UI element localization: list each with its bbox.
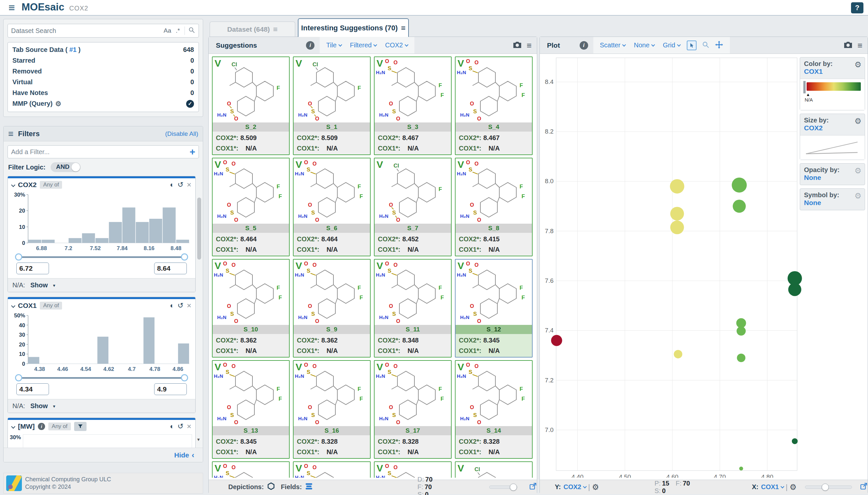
- gear-icon[interactable]: ⚙: [55, 100, 62, 108]
- gear-icon[interactable]: ⚙: [854, 166, 862, 175]
- reset-history-icon[interactable]: ↺: [178, 422, 184, 431]
- slider-knob[interactable]: [510, 483, 517, 491]
- caret-down-icon[interactable]: ▾: [53, 283, 55, 288]
- legend-value-dropdown[interactable]: None: [804, 199, 861, 207]
- filter-mode-badge[interactable]: Any of: [40, 302, 62, 309]
- range-slider[interactable]: [18, 374, 186, 382]
- y-axis-dropdown[interactable]: COX2: [564, 483, 586, 491]
- tab-menu-icon[interactable]: ≡: [401, 24, 406, 32]
- suggestion-tile-s_16[interactable]: V S O O H₂N F F S O O H₂N S_16 COX2*:8.3…: [293, 360, 371, 459]
- info-icon[interactable]: i: [580, 41, 588, 50]
- na-mode-dropdown[interactable]: Show: [30, 402, 48, 410]
- source-list-item[interactable]: MMP (Query)⚙✓: [8, 98, 199, 109]
- add-filter-input[interactable]: [11, 148, 189, 156]
- suggestion-tile-partial[interactable]: V S O O H₂N F F S O O H₂N: [374, 461, 452, 478]
- suggestion-tile-s_2[interactable]: V Cl F S O O H₂N S_2 COX2*:8.509 COX1*:N…: [212, 56, 290, 155]
- popout-icon[interactable]: [529, 482, 537, 492]
- disable-all-link[interactable]: (Disable All): [165, 130, 198, 137]
- source-list-item[interactable]: Virtual0: [8, 77, 199, 87]
- reset-history-icon[interactable]: ↺: [178, 181, 184, 189]
- suggestion-tile-s_17[interactable]: V S O O H₂N F F S O O H₂N S_17 COX2*:8.3…: [374, 360, 452, 459]
- scatter-point[interactable]: [737, 354, 746, 362]
- scatter-point[interactable]: [788, 283, 801, 296]
- scatter-point[interactable]: [792, 438, 798, 444]
- na-mode-dropdown[interactable]: Show: [30, 281, 48, 289]
- suggestion-tile-partial[interactable]: V Cl F S O O H₂N: [455, 461, 533, 478]
- collapse-chevron-icon[interactable]: [11, 304, 15, 308]
- slider-knob[interactable]: [822, 483, 829, 491]
- fields-list-icon[interactable]: [305, 483, 313, 491]
- sidebar-scrollbar[interactable]: ▾: [197, 176, 202, 448]
- point-size-slider[interactable]: [805, 485, 852, 489]
- case-sensitive-toggle[interactable]: Aa: [164, 27, 171, 34]
- scatter-point[interactable]: [674, 350, 682, 359]
- regex-toggle[interactable]: .*: [176, 27, 180, 34]
- toggle-knob[interactable]: [71, 163, 80, 171]
- collapse-chevron-icon[interactable]: [11, 183, 15, 187]
- enable-toggle-icon[interactable]: ◐: [170, 422, 174, 431]
- tile-size-slider[interactable]: [489, 485, 517, 489]
- scatter-point[interactable]: [737, 326, 746, 336]
- range-max-handle[interactable]: [181, 374, 188, 381]
- scatter-point[interactable]: [733, 200, 746, 213]
- range-max-handle[interactable]: [181, 253, 188, 260]
- view-mode-dropdown[interactable]: Tile: [326, 41, 341, 49]
- filter-mode-badge[interactable]: Any of: [48, 423, 70, 430]
- gear-icon[interactable]: ⚙: [854, 60, 862, 69]
- pan-tool-icon[interactable]: [715, 40, 724, 50]
- panel-menu-icon[interactable]: ≡: [527, 41, 532, 49]
- plot-overlay-dropdown[interactable]: None: [634, 41, 654, 49]
- filtered-dropdown[interactable]: Filtered: [350, 41, 377, 49]
- close-icon[interactable]: ×: [187, 301, 191, 310]
- sort-field-dropdown[interactable]: COX2: [385, 41, 408, 49]
- y-axis-gear-icon[interactable]: ⚙: [592, 483, 599, 492]
- select-cursor-tool[interactable]: [687, 40, 697, 50]
- suggestion-tile-s_1[interactable]: V Cl F S O O H₂N S_1 COX2*:8.509 COX1*:N…: [293, 56, 371, 155]
- info-icon[interactable]: i: [38, 423, 45, 430]
- suggestion-tile-s_14[interactable]: V S O O H₂N F F S O O H₂N S_14 COX2*:8.3…: [455, 360, 533, 459]
- suggestion-tile-s_8[interactable]: V S O O H₂N F F S O O H₂N S_8 COX2*:8.41…: [455, 158, 533, 256]
- gear-icon[interactable]: ⚙: [854, 117, 862, 126]
- suggestion-tile-s_13[interactable]: V S O O H₂N F F S O O H₂N S_13 COX2*:8.3…: [212, 360, 290, 459]
- close-icon[interactable]: ×: [187, 180, 191, 189]
- legend-value-dropdown[interactable]: None: [804, 174, 861, 182]
- source-list-item[interactable]: Have Notes0: [8, 87, 199, 98]
- range-min-handle[interactable]: [15, 253, 22, 260]
- range-max-input[interactable]: [154, 262, 187, 274]
- range-min-handle[interactable]: [15, 374, 22, 381]
- add-filter-button[interactable]: +: [189, 147, 195, 157]
- suggestion-tile-partial[interactable]: V S O O H₂N F F S O O H₂N: [293, 461, 371, 478]
- suggestion-tile-s_5[interactable]: V S O O H₂N F F S O O H₂N S_5 COX2*:8.46…: [212, 158, 290, 256]
- range-min-input[interactable]: [16, 383, 49, 395]
- scatter-point[interactable]: [670, 179, 684, 194]
- suggestion-tile-s_3[interactable]: V S O O H₂N F F S O O H₂N S_3 COX2*:8.46…: [374, 56, 452, 155]
- suggestion-tile-s_10[interactable]: V S O O H₂N F F S O O H₂N S_10 COX2*:8.3…: [212, 259, 290, 358]
- help-button[interactable]: ?: [851, 2, 864, 13]
- scrollbar-thumb[interactable]: [197, 198, 201, 260]
- funnel-filter-button[interactable]: [74, 422, 87, 431]
- filters-menu-icon[interactable]: ≡: [8, 127, 13, 141]
- plot-type-dropdown[interactable]: Scatter: [600, 41, 625, 49]
- x-axis-gear-icon[interactable]: ⚙: [789, 483, 797, 492]
- legend-value-dropdown[interactable]: COX1: [804, 68, 861, 75]
- source-list-item[interactable]: Tab Source Data ( #1 )648: [8, 45, 199, 55]
- tab-interesting-suggestions[interactable]: Interesting Suggestions (70) ≡: [298, 18, 409, 37]
- filter-logic-toggle[interactable]: AND: [51, 162, 81, 172]
- slider-track[interactable]: [18, 377, 186, 379]
- panel-menu-icon[interactable]: ≡: [857, 41, 863, 49]
- check-circle-icon[interactable]: ✓: [186, 100, 194, 108]
- close-icon[interactable]: ×: [187, 422, 191, 431]
- suggestion-tile-s_6[interactable]: V S O O H₂N F F S O O H₂N S_6 COX2*:8.46…: [293, 158, 371, 256]
- collapse-chevron-icon[interactable]: ‹: [192, 450, 194, 460]
- enable-toggle-icon[interactable]: ◐: [170, 181, 174, 189]
- suggestion-tile-s_12[interactable]: V S O O H₂N F F S O O H₂N S_12 COX2*:8.3…: [455, 259, 533, 358]
- suggestion-tile-s_9[interactable]: V S O O H₂N F F S O O H₂N S_9 COX2*:8.36…: [293, 259, 371, 358]
- filter-mode-badge[interactable]: Any of: [40, 181, 62, 189]
- suggestion-tile-s_7[interactable]: V Cl F S O O H₂N S_7 COX2*:8.452 COX1*:N…: [374, 158, 452, 256]
- scatter-point[interactable]: [739, 466, 743, 471]
- depictions-hexagon-icon[interactable]: [267, 482, 275, 492]
- info-icon[interactable]: i: [306, 41, 314, 50]
- collapse-chevron-icon[interactable]: [11, 425, 15, 429]
- slider-track[interactable]: [18, 256, 186, 258]
- source-list-item[interactable]: Starred0: [8, 55, 199, 66]
